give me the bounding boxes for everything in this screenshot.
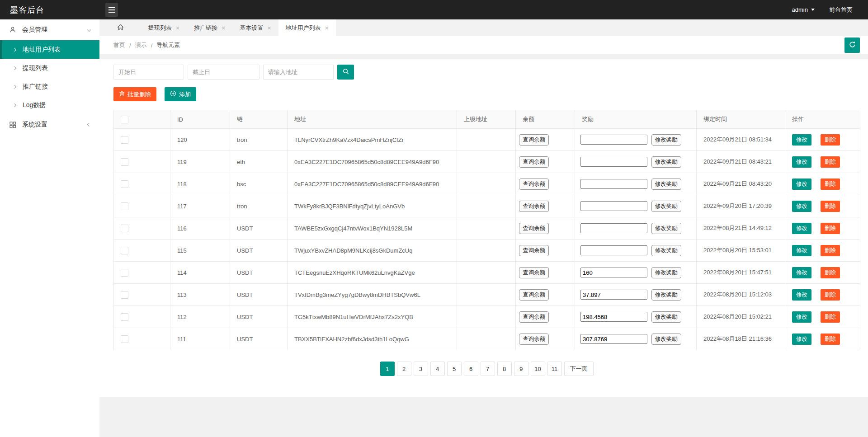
delete-button[interactable]: 删除	[821, 267, 840, 278]
edit-button[interactable]: 修改	[792, 201, 811, 212]
sidebar-item-promo-link[interactable]: 推广链接	[0, 77, 99, 96]
row-checkbox[interactable]	[121, 247, 128, 254]
update-reward-button[interactable]: 修改奖励	[651, 223, 681, 234]
refresh-button[interactable]	[844, 38, 860, 53]
close-icon[interactable]: ×	[325, 25, 329, 31]
update-reward-button[interactable]: 修改奖励	[651, 334, 681, 345]
edit-button[interactable]: 修改	[792, 245, 811, 256]
select-all-checkbox[interactable]	[121, 116, 128, 123]
query-balance-button[interactable]: 查询余额	[519, 311, 549, 323]
search-button[interactable]	[337, 65, 354, 80]
sidebar-group-members[interactable]: 会员管理	[0, 19, 99, 40]
reward-input[interactable]	[580, 179, 647, 189]
query-balance-button[interactable]: 查询余额	[519, 223, 549, 234]
row-checkbox[interactable]	[121, 136, 128, 144]
update-reward-button[interactable]: 修改奖励	[651, 134, 681, 146]
page-button-1[interactable]: 1	[380, 362, 395, 376]
delete-button[interactable]: 删除	[821, 201, 840, 212]
reward-input[interactable]	[580, 223, 647, 233]
edit-button[interactable]: 修改	[792, 179, 811, 190]
reward-input[interactable]	[580, 135, 647, 145]
delete-button[interactable]: 删除	[821, 334, 840, 345]
tab-withdraw-list[interactable]: 提现列表 ×	[141, 19, 187, 36]
delete-button[interactable]: 删除	[821, 311, 840, 323]
edit-button[interactable]: 修改	[792, 267, 811, 278]
row-checkbox[interactable]	[121, 180, 128, 188]
sidebar-toggle-button[interactable]	[105, 3, 118, 17]
page-button-5[interactable]: 5	[447, 362, 462, 376]
close-icon[interactable]: ×	[222, 25, 225, 31]
edit-button[interactable]: 修改	[792, 156, 811, 168]
row-checkbox[interactable]	[121, 158, 128, 166]
update-reward-button[interactable]: 修改奖励	[651, 179, 681, 190]
page-button-7[interactable]: 7	[481, 362, 495, 376]
delete-button[interactable]: 删除	[821, 179, 840, 190]
tab-basic-settings[interactable]: 基本设置 ×	[232, 19, 278, 36]
tab-address-user-list[interactable]: 地址用户列表 ×	[278, 19, 336, 36]
row-checkbox[interactable]	[121, 335, 128, 343]
update-reward-button[interactable]: 修改奖励	[651, 311, 681, 323]
next-page-button[interactable]: 下一页	[564, 362, 594, 376]
page-button-9[interactable]: 9	[514, 362, 528, 376]
address-search-input[interactable]	[263, 65, 334, 80]
query-balance-button[interactable]: 查询余额	[519, 267, 549, 278]
edit-button[interactable]: 修改	[792, 134, 811, 146]
reward-input[interactable]	[580, 312, 647, 322]
sidebar-item-log-data[interactable]: Log数据	[0, 96, 99, 114]
delete-button[interactable]: 删除	[821, 245, 840, 256]
query-balance-button[interactable]: 查询余额	[519, 134, 549, 146]
page-button-6[interactable]: 6	[464, 362, 478, 376]
delete-button[interactable]: 删除	[821, 289, 840, 301]
row-checkbox[interactable]	[121, 269, 128, 277]
reward-input[interactable]	[580, 290, 647, 300]
edit-button[interactable]: 修改	[792, 223, 811, 234]
edit-button[interactable]: 修改	[792, 334, 811, 345]
tab-home[interactable]	[99, 19, 141, 36]
batch-delete-button[interactable]: 批量删除	[113, 87, 156, 101]
delete-button[interactable]: 删除	[821, 156, 840, 168]
sidebar-item-address-user-list[interactable]: 地址用户列表	[0, 40, 99, 59]
user-menu[interactable]: admin	[792, 6, 815, 13]
row-checkbox[interactable]	[121, 291, 128, 299]
delete-button[interactable]: 删除	[821, 134, 840, 146]
page-button-10[interactable]: 10	[531, 362, 545, 376]
query-balance-button[interactable]: 查询余额	[519, 201, 549, 212]
update-reward-button[interactable]: 修改奖励	[651, 289, 681, 301]
edit-button[interactable]: 修改	[792, 311, 811, 323]
page-button-11[interactable]: 11	[547, 362, 562, 376]
row-checkbox[interactable]	[121, 202, 128, 210]
query-balance-button[interactable]: 查询余额	[519, 289, 549, 301]
close-icon[interactable]: ×	[267, 25, 271, 31]
tab-promo-link[interactable]: 推广链接 ×	[187, 19, 232, 36]
update-reward-button[interactable]: 修改奖励	[651, 267, 681, 278]
end-date-input[interactable]	[188, 65, 259, 80]
frontend-home-link[interactable]: 前台首页	[829, 6, 853, 14]
close-icon[interactable]: ×	[176, 25, 179, 31]
update-reward-button[interactable]: 修改奖励	[651, 245, 681, 256]
edit-button[interactable]: 修改	[792, 289, 811, 301]
sidebar-group-system-settings[interactable]: 系统设置	[0, 114, 99, 135]
delete-button[interactable]: 删除	[821, 223, 840, 234]
page-button-4[interactable]: 4	[430, 362, 445, 376]
page-button-3[interactable]: 3	[414, 362, 428, 376]
reward-input[interactable]	[580, 245, 647, 255]
reward-input[interactable]	[580, 157, 647, 167]
query-balance-button[interactable]: 查询余额	[519, 179, 549, 190]
breadcrumb-demo[interactable]: 演示	[135, 41, 147, 49]
start-date-input[interactable]	[113, 65, 184, 80]
sidebar-item-withdraw-list[interactable]: 提现列表	[0, 59, 99, 77]
breadcrumb-home[interactable]: 首页	[113, 41, 125, 49]
reward-input[interactable]	[580, 201, 647, 211]
page-button-2[interactable]: 2	[397, 362, 411, 376]
query-balance-button[interactable]: 查询余额	[519, 156, 549, 168]
reward-input[interactable]	[580, 268, 647, 277]
reward-input[interactable]	[580, 334, 647, 344]
update-reward-button[interactable]: 修改奖励	[651, 201, 681, 212]
update-reward-button[interactable]: 修改奖励	[651, 156, 681, 168]
row-checkbox[interactable]	[121, 225, 128, 232]
query-balance-button[interactable]: 查询余额	[519, 334, 549, 345]
row-checkbox[interactable]	[121, 313, 128, 321]
add-button[interactable]: 添加	[165, 87, 196, 101]
query-balance-button[interactable]: 查询余额	[519, 245, 549, 256]
page-button-8[interactable]: 8	[497, 362, 512, 376]
